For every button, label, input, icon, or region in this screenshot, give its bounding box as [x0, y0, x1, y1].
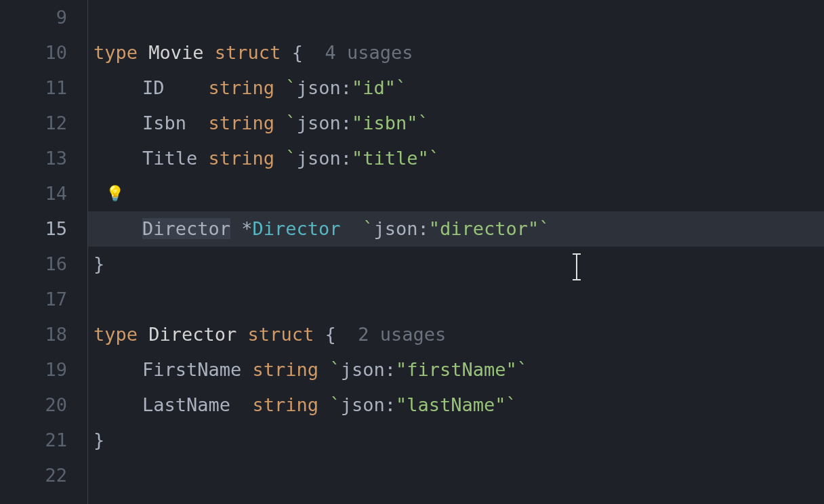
type-string: string [253, 394, 319, 415]
line-number-gutter: 9 10 11 12 13 14 15 16 17 18 19 20 21 22 [0, 0, 88, 504]
keyword-struct: struct [248, 324, 314, 345]
json-tag-key: json: [341, 359, 396, 380]
line-number: 18 [0, 317, 67, 352]
line-number: 22 [0, 458, 67, 493]
brace-close: } [94, 253, 104, 274]
backtick: ` [506, 394, 516, 415]
json-tag-value: "id" [352, 77, 396, 98]
code-line[interactable]: Title string `json:"title"` [94, 141, 824, 176]
json-tag-key: json: [297, 112, 352, 133]
field-director: Director [142, 218, 230, 239]
code-line[interactable]: } [94, 247, 824, 282]
code-line[interactable]: 💡 [94, 176, 824, 211]
json-tag-value: "isbn" [352, 112, 418, 133]
brace-open: { [325, 324, 335, 345]
keyword-type: type [94, 42, 138, 63]
pointer-star: * [241, 218, 252, 239]
line-number: 16 [0, 247, 67, 282]
line-number: 10 [0, 35, 67, 70]
brace-close: } [94, 429, 104, 450]
type-string: string [209, 148, 275, 169]
code-editor[interactable]: type Movie struct { 4 usages ID string `… [88, 0, 824, 504]
usages-hint[interactable]: 4 usages [325, 42, 413, 63]
backtick: ` [363, 218, 373, 239]
json-tag-value: "lastName" [396, 394, 506, 415]
backtick: ` [329, 394, 340, 415]
line-number-active: 15 [0, 211, 67, 247]
json-tag-key: json: [341, 394, 396, 415]
code-line[interactable]: Isbn string `json:"isbn"` [94, 106, 824, 141]
line-number: 14 [0, 176, 67, 211]
usages-hint[interactable]: 2 usages [358, 324, 446, 345]
json-tag-value: "title" [352, 148, 429, 169]
json-tag-key: json: [297, 148, 352, 169]
line-number: 20 [0, 387, 67, 423]
backtick: ` [517, 359, 528, 380]
line-number: 17 [0, 282, 67, 317]
keyword-type: type [94, 324, 138, 345]
backtick: ` [429, 148, 440, 169]
code-line[interactable]: FirstName string `json:"firstName"` [94, 352, 824, 387]
code-line[interactable] [94, 0, 824, 35]
backtick: ` [285, 112, 296, 133]
code-line[interactable]: LastName string `json:"lastName"` [94, 387, 824, 423]
type-string: string [209, 77, 275, 98]
field-isbn: Isbn [142, 112, 186, 133]
field-title: Title [142, 148, 197, 169]
backtick: ` [417, 112, 428, 133]
code-line[interactable]: ID string `json:"id"` [94, 70, 824, 106]
json-tag-key: json: [297, 77, 352, 98]
code-line[interactable] [94, 458, 824, 493]
field-lastname: LastName [142, 394, 230, 415]
code-line[interactable] [94, 282, 824, 317]
type-string: string [253, 359, 319, 380]
type-name-movie: Movie [148, 42, 203, 63]
line-number: 21 [0, 423, 67, 458]
backtick: ` [285, 77, 296, 98]
keyword-struct: struct [215, 42, 281, 63]
line-number: 19 [0, 352, 67, 387]
code-line[interactable]: type Movie struct { 4 usages [94, 35, 824, 70]
intention-bulb-icon[interactable]: 💡 [106, 176, 124, 211]
json-tag-key: json: [373, 218, 428, 239]
json-tag-value: "firstName" [396, 359, 517, 380]
backtick: ` [329, 359, 340, 380]
field-firstname: FirstName [142, 359, 241, 380]
json-tag-value: "director" [429, 218, 539, 239]
backtick: ` [396, 77, 407, 98]
line-number: 12 [0, 106, 67, 141]
type-name-director: Director [148, 324, 236, 345]
backtick: ` [285, 148, 296, 169]
type-ref-director: Director [253, 218, 341, 239]
code-line[interactable]: type Director struct { 2 usages [94, 317, 824, 352]
code-line-active[interactable]: Director *Director `json:"director"` [94, 211, 824, 247]
line-number: 11 [0, 70, 67, 106]
field-id: ID [142, 77, 165, 98]
brace-open: { [292, 42, 303, 63]
code-line[interactable]: } [94, 423, 824, 458]
backtick: ` [539, 218, 550, 239]
line-number: 13 [0, 141, 67, 176]
type-string: string [209, 112, 275, 133]
line-number: 9 [0, 0, 67, 35]
